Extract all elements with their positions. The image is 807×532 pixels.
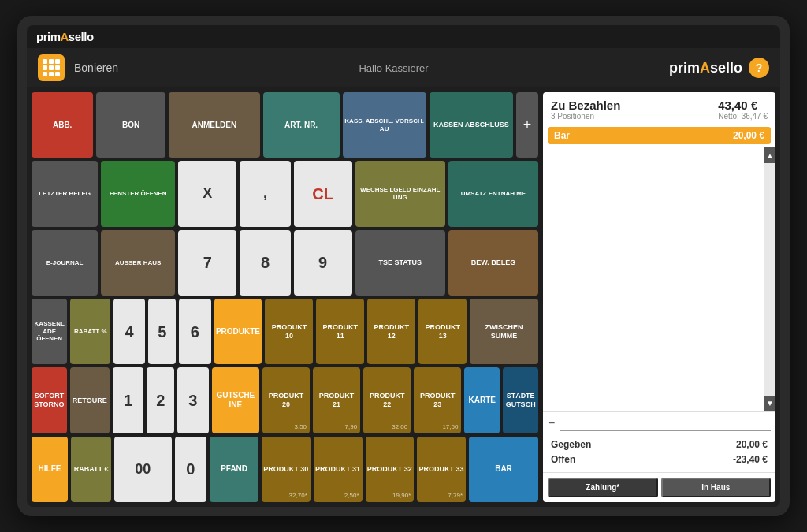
receipt-summary: Gegeben 20,00 € Offen -23,40 € [543,434,775,471]
n00-button[interactable]: 00 [114,437,171,502]
gegeben-row: Gegeben 20,00 € [551,437,768,452]
zwischensumme-button[interactable]: ZWISCHEN SUMME [470,299,538,364]
produkt21-button[interactable]: PRODUKT 21 7,90 [313,367,360,433]
header-title: Bonieren [74,61,118,74]
karte-button[interactable]: KARTE [464,367,500,433]
cl-button[interactable]: CL [294,161,352,226]
n8-button[interactable]: 8 [240,230,290,296]
offen-label: Offen [551,452,575,467]
produkt12-button[interactable]: PRODUKT 12 [367,299,415,364]
comma-button[interactable]: , [240,161,290,226]
grid-icon [43,59,60,76]
produkt23-button[interactable]: PRODUKT 23 17,50 [414,367,461,433]
bew-beleg-button[interactable]: BEW. BELEG [448,230,538,296]
rabatt-euro-button[interactable]: RABATT € [71,437,111,502]
kassen-abschluss-button[interactable]: KASSEN ABSCHLUSS [430,92,513,158]
divider [543,472,775,473]
n3-button[interactable]: 3 [177,367,209,433]
umsatz-entnahme-button[interactable]: UMSATZ ENTNAH ME [448,161,538,226]
btn-row-2: LETZTER BELEG FENSTER ÖFFNEN X , CL WECH… [32,161,538,226]
brand-text: primAsello [669,60,742,76]
rabatt-prozent-button[interactable]: RABATT % [70,299,110,364]
produkt32-button[interactable]: PRODUKT 32 19,90* [366,437,415,502]
payment-buttons: Zahlung* In Haus [543,474,775,502]
receipt-input-area: − [543,411,775,434]
anmelden-button[interactable]: ANMELDEN [169,92,260,158]
logo-text: primAsello [36,30,94,43]
keypad-area: ABB. BON ANMELDEN ART. NR. KASS. ABSCHL.… [32,92,538,502]
staedte-gutsch-button[interactable]: STÄDTE GUTSCH [503,367,538,433]
produkt33-button[interactable]: PRODUKT 33 7,79* [417,437,466,502]
letzter-beleg-button[interactable]: LETZTER BELEG [32,161,98,226]
n5-button[interactable]: 5 [148,299,176,364]
gutsch-eine-button[interactable]: GUTSCHE INE [212,367,259,433]
produkt10-button[interactable]: PRODUKT 10 [265,299,313,364]
plus-button[interactable]: + [516,92,538,158]
fenster-oeffnen-button[interactable]: FENSTER ÖFFNEN [101,161,175,226]
produkt31-button[interactable]: PRODUKT 31 2,50* [314,437,363,502]
receipt-input[interactable] [560,415,771,431]
main-content: Bonieren Hallo Kassierer primAsello ? AB… [27,48,780,507]
produkt11-button[interactable]: PRODUKT 11 [316,299,364,364]
receipt-title-block: Zu Bezahlen 3 Positionen [551,99,620,121]
ausser-haus-button[interactable]: AUSSER HAUS [101,230,175,296]
kassenladeOeffnen-button[interactable]: KASSENL ADE ÖFFNEN [32,299,67,364]
produkte-button[interactable]: PRODUKTE [214,299,262,364]
receipt-area: Zu Bezahlen 3 Positionen 43,40 € Netto: … [543,92,775,502]
n9-button[interactable]: 9 [294,230,352,296]
btn-row-5: SOFORT STORNO RETOURE 1 2 3 GUTSCHE INE … [32,367,538,433]
scroll-down-button[interactable]: ▼ [764,396,775,411]
menu-button[interactable] [38,54,65,81]
receipt-header: Zu Bezahlen 3 Positionen 43,40 € Netto: … [543,92,775,124]
header-bar: Bonieren Hallo Kassierer primAsello ? [27,48,780,87]
bar-button[interactable]: BAR [469,437,538,502]
gegeben-label: Gegeben [551,437,591,452]
scroll-up-button[interactable]: ▲ [764,147,775,163]
n6-button[interactable]: 6 [179,299,210,364]
zahlung-button[interactable]: Zahlung* [548,478,658,497]
produkt20-button[interactable]: PRODUKT 20 3,50 [262,367,310,433]
abb-button[interactable]: ABB. [32,92,93,158]
btn-row-4: KASSENL ADE ÖFFNEN RABATT % 4 5 6 PRODUK… [32,299,538,364]
wechselgeld-button[interactable]: WECHSE LGELD EINZAHL UNG [355,161,445,226]
receipt-payment-row: Bar 20,00 € [548,127,771,144]
title-logo: primAsello [36,30,94,43]
gegeben-amount: 20,00 € [736,437,768,452]
n1-button[interactable]: 1 [113,367,144,433]
btn-row-3: E-JOURNAL AUSSER HAUS 7 8 9 TSE STATUS B… [32,230,538,296]
offen-row: Offen -23,40 € [551,452,768,467]
minus-button[interactable]: − [548,416,555,430]
n2-button[interactable]: 2 [147,367,174,433]
scroll-track: ▲ ▼ [764,147,775,411]
offen-amount: -23,40 € [733,452,768,467]
n4-button[interactable]: 4 [113,299,145,364]
receipt-positions: 3 Positionen [551,112,620,121]
retoure-button[interactable]: RETOURE [70,367,110,433]
receipt-netto: Netto: 36,47 € [718,112,768,121]
n0-button[interactable]: 0 [175,437,207,502]
produkt30-button[interactable]: PRODUKT 30 32,70* [262,437,311,502]
produkt22-button[interactable]: PRODUKT 22 32,00 [363,367,411,433]
right-panel: Zu Bezahlen 3 Positionen 43,40 € Netto: … [543,92,775,502]
artnr-button[interactable]: ART. NR. [263,92,340,158]
btn-row-1: ABB. BON ANMELDEN ART. NR. KASS. ABSCHL.… [32,92,538,158]
receipt-total-block: 43,40 € Netto: 36,47 € [718,99,768,121]
kass-vorsch-button[interactable]: KASS. ABSCHL. VORSCH. AU [343,92,426,158]
body-area: ABB. BON ANMELDEN ART. NR. KASS. ABSCHL.… [27,87,780,507]
hilfe-button[interactable]: HILFE [32,437,68,502]
receipt-total: 43,40 € [718,99,768,112]
produkt13-button[interactable]: PRODUKT 13 [418,299,467,364]
x-button[interactable]: X [178,161,236,226]
payment-amount: 20,00 € [733,130,764,141]
n7-button[interactable]: 7 [178,230,236,296]
pfand-button[interactable]: PFAND [210,437,258,502]
device-frame: primAsello Bonieren Hallo Kassierer prim… [17,16,790,516]
tse-status-button[interactable]: TSE STATUS [355,230,445,296]
ejournal-button[interactable]: E-JOURNAL [32,230,98,296]
bon-button[interactable]: BON [96,92,165,158]
inhaus-button[interactable]: In Haus [661,478,772,497]
title-bar: primAsello [27,25,780,48]
sofort-storno-button[interactable]: SOFORT STORNO [32,367,67,433]
help-button[interactable]: ? [749,58,769,78]
header-brand: primAsello ? [669,58,769,78]
